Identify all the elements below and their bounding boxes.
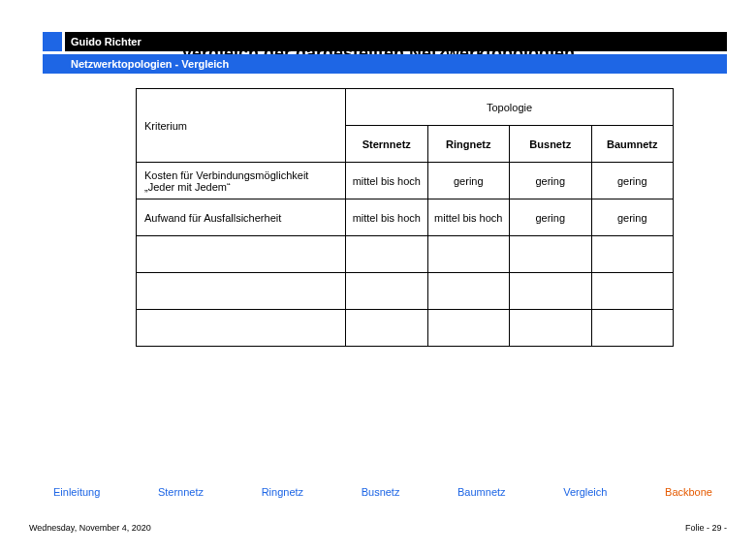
value-cell: mittel bis hoch: [346, 163, 427, 199]
table-row: Aufwand für Ausfallsicherheit mittel bis…: [137, 199, 674, 236]
value-cell: gering: [427, 163, 509, 199]
criteria-header: Kriterium: [137, 89, 346, 163]
table-row: Kosten für Verbindungsmöglichkeit „Jeder…: [137, 163, 674, 199]
value-cell: [346, 236, 427, 273]
value-cell: [510, 273, 591, 310]
table-header-row-1: Kriterium Topologie: [137, 89, 674, 126]
value-cell: gering: [591, 163, 674, 199]
col-header: Sternnetz: [346, 126, 427, 163]
footer-page: Folie - 29 -: [685, 523, 727, 533]
topology-header: Topologie: [346, 89, 674, 126]
nav-item-busnetz[interactable]: Busnetz: [362, 486, 400, 498]
value-cell: [346, 273, 427, 310]
comparison-table: Kriterium Topologie Sternnetz Ringnetz B…: [136, 88, 674, 347]
value-cell: [591, 236, 674, 273]
criterion-cell: Aufwand für Ausfallsicherheit: [137, 199, 346, 236]
nav-item-einleitung[interactable]: Einleitung: [53, 486, 100, 498]
nav-item-baumnetz[interactable]: Baumnetz: [457, 486, 506, 498]
author-bar: Guido Richter: [65, 32, 727, 51]
value-cell: [346, 310, 427, 347]
value-cell: [510, 310, 591, 347]
comparison-table-container: Kriterium Topologie Sternnetz Ringnetz B…: [136, 88, 674, 347]
criterion-cell: [137, 273, 346, 310]
value-cell: [427, 310, 509, 347]
table-row: [137, 310, 674, 347]
value-cell: gering: [510, 199, 591, 236]
value-cell: [427, 273, 509, 310]
breadcrumb-bar: Netzwerktopologien - Vergleich: [43, 54, 727, 74]
table-row: [137, 236, 674, 273]
nav-item-sternnetz[interactable]: Sternnetz: [158, 486, 204, 498]
col-header: Ringnetz: [427, 126, 509, 163]
col-header: Baumnetz: [591, 126, 674, 163]
value-cell: [591, 310, 674, 347]
nav-item-vergleich[interactable]: Vergleich: [563, 486, 607, 498]
slide-header: Guido Richter Netzwerktopologien - Vergl…: [0, 32, 756, 74]
col-header: Busnetz: [510, 126, 591, 163]
criterion-cell: [137, 310, 346, 347]
slide-footer: Wednesday, November 4, 2020 Folie - 29 -: [29, 523, 727, 533]
value-cell: [591, 273, 674, 310]
author-name: Guido Richter: [71, 36, 142, 47]
value-cell: [427, 236, 509, 273]
slide-nav: Einleitung Sternnetz Ringnetz Busnetz Ba…: [53, 486, 712, 498]
nav-item-backbone[interactable]: Backbone: [665, 486, 712, 498]
nav-item-ringnetz[interactable]: Ringnetz: [262, 486, 303, 498]
value-cell: mittel bis hoch: [427, 199, 509, 236]
value-cell: mittel bis hoch: [346, 199, 427, 236]
value-cell: gering: [591, 199, 674, 236]
value-cell: [510, 236, 591, 273]
table-row: [137, 273, 674, 310]
value-cell: gering: [510, 163, 591, 199]
breadcrumb-text: Netzwerktopologien - Vergleich: [71, 58, 229, 70]
criterion-cell: [137, 236, 346, 273]
footer-date: Wednesday, November 4, 2020: [29, 523, 151, 533]
criterion-cell: Kosten für Verbindungsmöglichkeit „Jeder…: [137, 163, 346, 199]
